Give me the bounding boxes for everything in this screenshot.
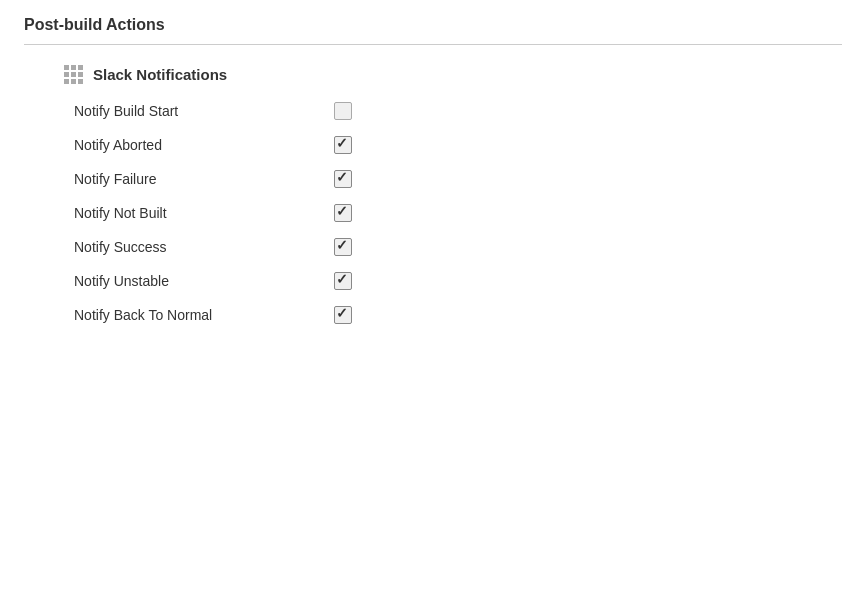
slack-section: Slack Notifications Notify Build StartNo…	[64, 65, 842, 324]
grid-dot	[78, 79, 83, 84]
checkbox-notify-build-start[interactable]	[334, 102, 352, 120]
label-notify-failure: Notify Failure	[74, 171, 334, 187]
checkbox-notify-failure[interactable]	[334, 170, 352, 188]
slack-notifications-title: Slack Notifications	[93, 66, 227, 83]
page-container: Post-build Actions Slack Notifications N…	[0, 0, 866, 356]
label-notify-unstable: Notify Unstable	[74, 273, 334, 289]
checkbox-notify-unstable[interactable]	[334, 272, 352, 290]
checkbox-notify-aborted[interactable]	[334, 136, 352, 154]
grid-dot	[64, 79, 69, 84]
notify-row: Notify Failure	[64, 170, 842, 188]
label-notify-back-to-normal: Notify Back To Normal	[74, 307, 334, 323]
grid-icon	[64, 65, 83, 84]
checkbox-notify-not-built[interactable]	[334, 204, 352, 222]
checkbox-notify-back-to-normal[interactable]	[334, 306, 352, 324]
notify-row: Notify Aborted	[64, 136, 842, 154]
grid-dot	[78, 72, 83, 77]
notify-rows-container: Notify Build StartNotify AbortedNotify F…	[64, 102, 842, 324]
grid-dot	[71, 65, 76, 70]
notify-row: Notify Success	[64, 238, 842, 256]
notify-row: Notify Unstable	[64, 272, 842, 290]
slack-header: Slack Notifications	[64, 65, 842, 84]
label-notify-not-built: Notify Not Built	[74, 205, 334, 221]
notify-row: Notify Not Built	[64, 204, 842, 222]
checkbox-notify-success[interactable]	[334, 238, 352, 256]
notify-row: Notify Back To Normal	[64, 306, 842, 324]
grid-dot	[64, 65, 69, 70]
grid-dot	[71, 72, 76, 77]
notify-row: Notify Build Start	[64, 102, 842, 120]
label-notify-build-start: Notify Build Start	[74, 103, 334, 119]
label-notify-success: Notify Success	[74, 239, 334, 255]
section-title: Post-build Actions	[24, 16, 842, 45]
grid-dot	[71, 79, 76, 84]
grid-dot	[64, 72, 69, 77]
label-notify-aborted: Notify Aborted	[74, 137, 334, 153]
grid-dot	[78, 65, 83, 70]
